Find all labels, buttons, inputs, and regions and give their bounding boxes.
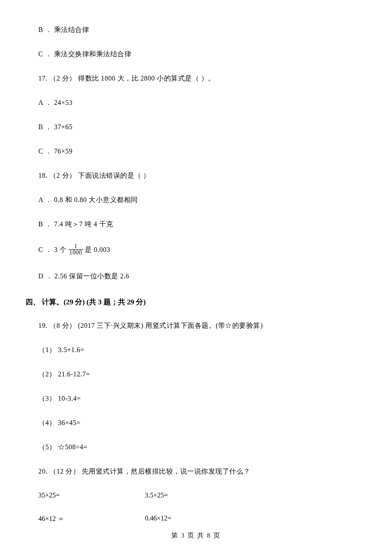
q17-option-b: B ． 37×65 (38, 123, 354, 132)
q20-r1b: 3.5×25= (145, 491, 168, 499)
fraction-denominator: 1000 (69, 250, 83, 256)
q20-r1a: 35×25= (38, 491, 145, 499)
q16-option-c: C ． 乘法交换律和乘法结合律 (38, 50, 354, 59)
q20-stem: 20. （12 分） 先用竖式计算，然后横排比较，说一说你发现了什么？ (38, 467, 354, 476)
q18-stem: 18. （2 分） 下面说法错误的是（ ） (38, 171, 354, 180)
q18-option-a: A ． 0.8 和 0.80 大小意义都相同 (38, 196, 354, 205)
page-footer: 第 3 页 共 8 页 (0, 532, 392, 540)
q19-sub3: （3） 10-3.4= (38, 394, 354, 403)
q19-sub4: （4） 36×45= (38, 419, 354, 428)
q20-row2: 46×12 ＝ 0.46×12= (38, 515, 354, 523)
q18-option-c: C ． 3 个 1 1000 是 0.003 (38, 244, 354, 257)
q18c-suffix: 是 0.003 (85, 246, 110, 253)
q18-option-b: B ． 7.4 吨＞7 吨 4 千克 (38, 220, 354, 229)
q16-option-b: B ． 乘法结合律 (38, 26, 354, 35)
q19-sub2: （2） 21.6-12.7= (38, 370, 354, 379)
section-4-header: 四、 计算。(29 分) (共 3 题；共 29 分) (26, 297, 354, 307)
fraction-icon: 1 1000 (69, 243, 83, 256)
q18c-prefix: C ． 3 个 (38, 246, 69, 253)
q18-option-d: D ． 2.56 保留一位小数是 2.6 (38, 272, 354, 281)
q20-r2a: 46×12 ＝ (38, 515, 145, 523)
q19-sub1: （1） 3.5+1.6= (38, 346, 354, 355)
q20-r2b: 0.46×12= (145, 515, 171, 523)
q17-option-a: A ． 24×53 (38, 98, 354, 107)
q17-option-c: C ． 76×59 (38, 147, 354, 156)
q17-stem: 17. （2 分） 得数比 1800 大，比 2800 小的算式是（ ）。 (38, 74, 354, 83)
q19-sub5: （5） ☆508÷4= (38, 443, 354, 452)
q19-stem: 19. （8 分） (2017 三下·兴义期末) 用竖式计算下面各题。(带☆的要… (38, 321, 354, 330)
q20-row1: 35×25= 3.5×25= (38, 491, 354, 499)
fraction-numerator: 1 (69, 243, 83, 250)
